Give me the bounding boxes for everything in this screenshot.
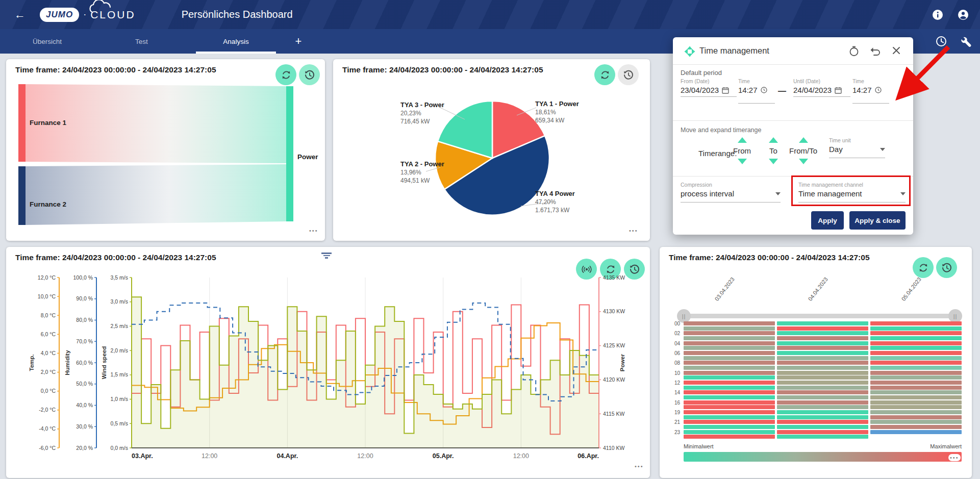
heatmap-cell[interactable] — [684, 351, 775, 355]
clock-icon[interactable] — [875, 87, 882, 93]
until-date-value[interactable]: 24/04/2023 — [793, 86, 832, 94]
heatmap-cell[interactable] — [870, 336, 962, 340]
info-icon[interactable] — [932, 9, 943, 20]
until-time-field[interactable]: Time 14:27 — [852, 78, 889, 104]
heatmap-cell[interactable] — [777, 425, 868, 429]
heatmap-range-slider[interactable] — [684, 314, 962, 318]
heatmap-cell[interactable] — [777, 371, 868, 375]
slider-handle-right[interactable]: || — [948, 309, 962, 323]
compression-value[interactable]: process interval — [681, 189, 734, 198]
heatmap-cell[interactable] — [684, 375, 775, 380]
heatmap-cell[interactable] — [870, 390, 962, 394]
heatmap-cell[interactable] — [684, 420, 775, 424]
heatmap-cell[interactable] — [777, 375, 868, 380]
heatmap-cell[interactable] — [870, 400, 962, 405]
heatmap-cell[interactable] — [777, 430, 868, 434]
until-time-value[interactable]: 14:27 — [852, 86, 872, 94]
heatmap-cell[interactable] — [777, 405, 868, 409]
heatmap-cell[interactable] — [870, 331, 962, 335]
heatmap-cell[interactable] — [684, 415, 775, 419]
heatmap-cell[interactable] — [870, 356, 962, 360]
heatmap-cell[interactable] — [777, 356, 868, 360]
sankey-node-power[interactable] — [286, 86, 293, 221]
wrench-settings-icon[interactable] — [960, 35, 972, 47]
heatmap-cell[interactable] — [870, 366, 962, 370]
move-fromto-up-icon[interactable] — [799, 137, 808, 143]
heatmap-cell[interactable] — [870, 375, 962, 380]
move-to-up-icon[interactable] — [769, 137, 778, 143]
heatmap-cell[interactable] — [684, 390, 775, 394]
move-fromto-down-icon[interactable] — [799, 159, 808, 164]
more-options-icon[interactable]: ••• — [309, 228, 318, 234]
add-tab-button[interactable]: + — [283, 29, 314, 54]
calendar-icon[interactable] — [722, 87, 729, 94]
apply-button[interactable]: Apply — [811, 211, 844, 230]
close-icon[interactable] — [891, 45, 901, 56]
heatmap-cell[interactable] — [684, 400, 775, 405]
heatmap-cell[interactable] — [870, 395, 962, 399]
heatmap-cell[interactable] — [777, 351, 868, 355]
heatmap-cell[interactable] — [684, 395, 775, 399]
heatmap-cell[interactable] — [777, 361, 868, 365]
compression-select[interactable]: Compression process interval — [681, 182, 781, 203]
tab-analysis[interactable]: Analysis — [189, 29, 283, 54]
history-button[interactable] — [299, 64, 320, 85]
heatmap-cell[interactable] — [870, 425, 962, 429]
heatmap-cell[interactable] — [870, 346, 962, 350]
heatmap-cell[interactable] — [684, 326, 775, 331]
move-from-down-icon[interactable] — [738, 159, 747, 164]
from-date-value[interactable]: 23/04/2023 — [681, 86, 719, 94]
heatmap-cell[interactable] — [777, 410, 868, 414]
heatmap-cell[interactable] — [777, 400, 868, 405]
heatmap-cell[interactable] — [777, 326, 868, 331]
time-unit-select[interactable]: Time unit Day — [829, 137, 885, 158]
heatmap-cell[interactable] — [684, 331, 775, 335]
heatmap-cell[interactable] — [684, 386, 775, 390]
heatmap-cell[interactable] — [870, 361, 962, 365]
heatmap-cell[interactable] — [870, 321, 962, 325]
heatmap-cell[interactable] — [684, 405, 775, 409]
apply-close-button[interactable]: Apply & close — [849, 211, 906, 230]
undo-icon[interactable] — [870, 45, 881, 57]
heatmap-cell[interactable] — [684, 341, 775, 345]
from-time-field[interactable]: Time 14:27 — [738, 78, 775, 104]
heatmap-cell[interactable] — [777, 341, 868, 345]
heatmap-cell[interactable] — [684, 366, 775, 370]
refresh-button[interactable] — [913, 257, 934, 278]
history-button[interactable] — [936, 257, 957, 278]
clock-icon[interactable] — [761, 87, 767, 93]
heatmap-cell[interactable] — [777, 336, 868, 340]
more-options-icon[interactable]: ••• — [948, 454, 961, 461]
sankey-flow-furnance2-power[interactable] — [26, 164, 286, 225]
tab-test[interactable]: Test — [94, 29, 189, 54]
user-account-icon[interactable] — [958, 9, 969, 20]
calendar-icon[interactable] — [835, 87, 842, 94]
heatmap-cell[interactable] — [777, 415, 868, 419]
heatmap-cell[interactable] — [870, 430, 962, 434]
heatmap-cell[interactable] — [777, 381, 868, 385]
heatmap-cell[interactable] — [870, 405, 962, 409]
back-icon[interactable]: ← — [14, 8, 26, 21]
more-options-icon[interactable]: ••• — [635, 463, 644, 469]
from-time-value[interactable]: 14:27 — [738, 86, 758, 94]
heatmap-cell[interactable] — [777, 321, 868, 325]
heatmap-cell[interactable] — [777, 395, 868, 399]
heatmap-cell[interactable] — [684, 346, 775, 350]
heatmap-cell[interactable] — [684, 435, 775, 439]
move-from-up-icon[interactable] — [738, 137, 747, 143]
heatmap-cell[interactable] — [870, 371, 962, 375]
until-date-field[interactable]: Until (Date) 24/04/2023 — [793, 78, 850, 97]
time-unit-value[interactable]: Day — [829, 145, 843, 154]
from-date-field[interactable]: From (Date) 23/04/2023 — [681, 78, 737, 97]
heatmap-cell[interactable] — [870, 341, 962, 345]
refresh-button[interactable] — [594, 64, 615, 85]
heatmap-cell[interactable] — [684, 336, 775, 340]
heatmap-cell[interactable] — [684, 371, 775, 375]
heatmap-cell[interactable] — [870, 410, 962, 414]
heatmap-cell[interactable] — [684, 410, 775, 414]
heatmap-cell[interactable] — [870, 415, 962, 419]
heatmap-cell[interactable] — [870, 386, 962, 390]
heatmap-cell[interactable] — [777, 390, 868, 394]
heatmap-cell[interactable] — [684, 361, 775, 365]
timer-icon[interactable] — [848, 45, 860, 57]
